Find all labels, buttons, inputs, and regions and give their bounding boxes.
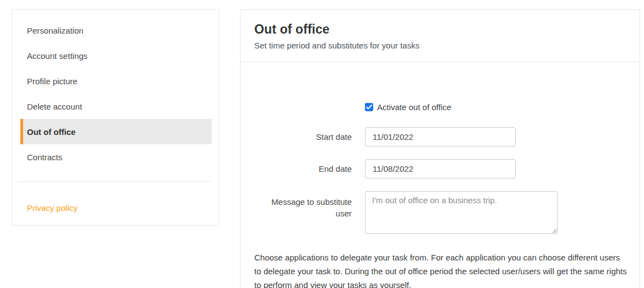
message-textarea[interactable]: I'm out of office on a business trip. (365, 191, 558, 234)
sidebar-divider (19, 181, 212, 182)
page-title: Out of office (254, 22, 626, 37)
panel-header: Out of office Set time period and substi… (241, 10, 640, 62)
checkmark-icon (366, 105, 372, 110)
sidebar-item-contracts[interactable]: Contracts (20, 144, 212, 170)
message-row: Message to substitute user I'm out of of… (254, 191, 626, 236)
out-of-office-panel: Out of office Set time period and substi… (240, 9, 640, 288)
out-of-office-form: Activate out of office Start date End da… (241, 102, 640, 288)
message-label: Message to substitute user (254, 191, 352, 219)
settings-sidebar: Personalization Account settings Profile… (12, 9, 219, 226)
activate-row: Activate out of office (254, 102, 626, 112)
end-date-row: End date (254, 159, 626, 178)
end-date-label: End date (254, 163, 352, 175)
page-subtitle: Set time period and substitutes for your… (254, 41, 626, 50)
start-date-input[interactable] (365, 127, 516, 146)
sidebar-item-account-settings[interactable]: Account settings (20, 43, 212, 68)
delegate-description: Choose applications to delegate your tas… (254, 251, 627, 288)
start-date-label: Start date (254, 131, 352, 143)
sidebar-item-delete-account[interactable]: Delete account (20, 94, 212, 119)
sidebar-nav: Personalization Account settings Profile… (12, 10, 219, 214)
activate-checkbox-label[interactable]: Activate out of office (377, 102, 451, 112)
end-date-input[interactable] (365, 159, 516, 178)
start-date-row: Start date (254, 127, 626, 146)
sidebar-item-out-of-office[interactable]: Out of office (20, 119, 212, 144)
sidebar-item-personalization[interactable]: Personalization (20, 18, 212, 43)
activate-checkbox[interactable] (365, 103, 373, 111)
sidebar-item-profile-picture[interactable]: Profile picture (20, 68, 212, 94)
privacy-policy-link[interactable]: Privacy policy (27, 203, 78, 214)
